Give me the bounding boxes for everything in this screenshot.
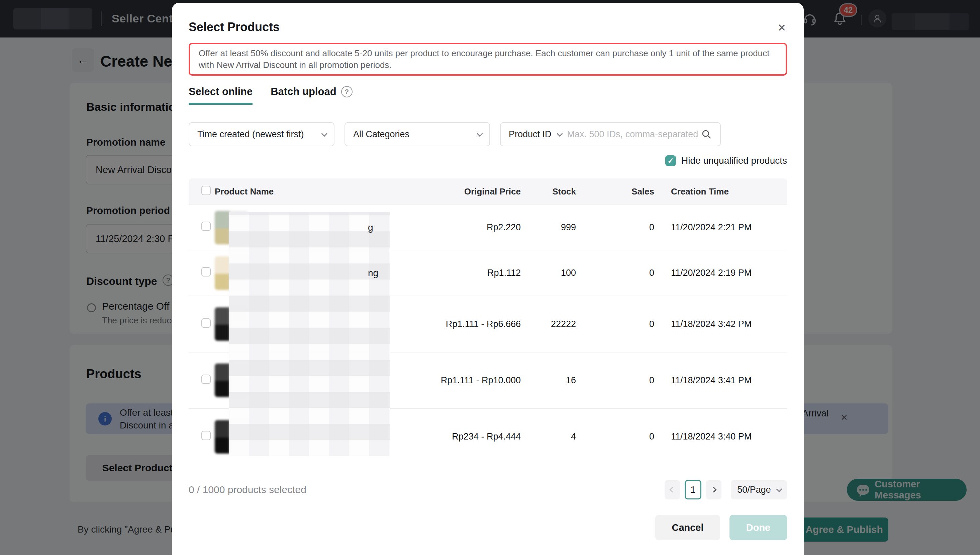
row-checkbox[interactable]	[201, 431, 211, 440]
tab-batch-upload[interactable]: Batch upload ?	[270, 86, 352, 103]
hide-unqualified-label: Hide unqualified products	[681, 155, 787, 166]
modal-title: Select Products	[189, 19, 787, 35]
stock: 100	[521, 268, 576, 278]
redacted-product-names	[229, 212, 390, 456]
original-price: Rp2.220	[420, 222, 521, 233]
select-products-modal: Select Products × Offer at least 50% dis…	[172, 3, 804, 555]
tab-select-online-label: Select online	[189, 86, 253, 98]
current-page[interactable]: 1	[685, 480, 701, 499]
sales: 0	[576, 431, 654, 442]
original-price: Rp1.112	[420, 268, 521, 278]
stock: 999	[521, 222, 576, 233]
sort-dropdown-value: Time created (newest first)	[197, 129, 304, 140]
screen: Seller Center 42 ← Create New Arrival Di…	[0, 0, 980, 555]
column-stock: Stock	[521, 186, 576, 197]
chevron-down-icon	[556, 130, 563, 136]
selected-count: 0 / 1000 products selected	[189, 484, 306, 496]
product-name-fragment: g	[368, 222, 373, 233]
row-checkbox[interactable]	[201, 318, 211, 328]
stock: 16	[521, 375, 576, 386]
modal-tabs: Select online Batch upload ?	[189, 86, 787, 105]
discount-rules-notice: Offer at least 50% discount and allocate…	[189, 43, 787, 75]
pagination: 1 50/Page	[665, 480, 787, 499]
category-dropdown[interactable]: All Categories	[345, 122, 490, 146]
category-dropdown-value: All Categories	[353, 129, 409, 140]
product-id-search-box[interactable]: Product ID Max. 500 IDs, comma-separated	[500, 122, 721, 146]
product-name-fragment: ng	[368, 268, 378, 279]
creation-time: 11/20/2024 2:19 PM	[654, 268, 787, 278]
stock: 4	[521, 431, 576, 442]
creation-time: 11/18/2024 3:41 PM	[654, 375, 787, 386]
column-creation-time: Creation Time	[654, 186, 787, 197]
creation-time: 11/20/2024 2:21 PM	[654, 222, 787, 233]
sales: 0	[576, 222, 654, 233]
next-page-button[interactable]	[706, 480, 721, 499]
search-input[interactable]: Max. 500 IDs, comma-separated	[567, 129, 701, 140]
sales: 0	[576, 319, 654, 329]
select-all-checkbox[interactable]	[201, 186, 211, 195]
column-product-name: Product Name	[215, 186, 420, 197]
tab-select-online[interactable]: Select online	[189, 86, 253, 105]
tab-batch-upload-label: Batch upload	[270, 86, 336, 98]
sales: 0	[576, 375, 654, 386]
chevron-down-icon	[321, 130, 327, 136]
batch-upload-help-icon[interactable]: ?	[341, 86, 353, 98]
hide-unqualified-checkbox[interactable]: ✓	[665, 155, 676, 166]
product-table: Product Name Original Price Stock Sales …	[189, 178, 787, 465]
cancel-button[interactable]: Cancel	[655, 515, 720, 540]
original-price: Rp234 - Rp4.444	[420, 431, 521, 442]
page-size-value: 50/Page	[737, 485, 771, 495]
original-price: Rp1.111 - Rp6.666	[420, 319, 521, 329]
sales: 0	[576, 268, 654, 278]
modal-footer: 0 / 1000 products selected 1 50/Page	[189, 478, 787, 501]
close-icon[interactable]: ×	[778, 21, 786, 34]
column-sales: Sales	[576, 186, 654, 197]
search-type-dropdown[interactable]: Product ID	[509, 129, 552, 140]
row-checkbox[interactable]	[201, 267, 211, 276]
chevron-right-icon	[711, 487, 717, 493]
column-original-price: Original Price	[420, 186, 521, 197]
chevron-left-icon	[670, 487, 675, 493]
stock: 22222	[521, 319, 576, 329]
table-header: Product Name Original Price Stock Sales …	[189, 178, 787, 205]
chevron-down-icon	[476, 130, 483, 136]
sort-dropdown[interactable]: Time created (newest first)	[189, 122, 334, 146]
chevron-down-icon	[776, 486, 782, 492]
done-button[interactable]: Done	[729, 515, 787, 540]
original-price: Rp1.111 - Rp10.000	[420, 375, 521, 386]
page-size-dropdown[interactable]: 50/Page	[731, 480, 787, 499]
creation-time: 11/18/2024 3:42 PM	[654, 319, 787, 329]
hide-unqualified-row: ✓ Hide unqualified products	[189, 155, 787, 166]
row-checkbox[interactable]	[201, 221, 211, 231]
filter-row: Time created (newest first) All Categori…	[189, 122, 787, 146]
prev-page-button[interactable]	[665, 480, 680, 499]
modal-actions: Cancel Done	[189, 515, 787, 540]
creation-time: 11/18/2024 3:40 PM	[654, 431, 787, 442]
search-icon[interactable]	[701, 128, 712, 140]
row-checkbox[interactable]	[201, 375, 211, 384]
